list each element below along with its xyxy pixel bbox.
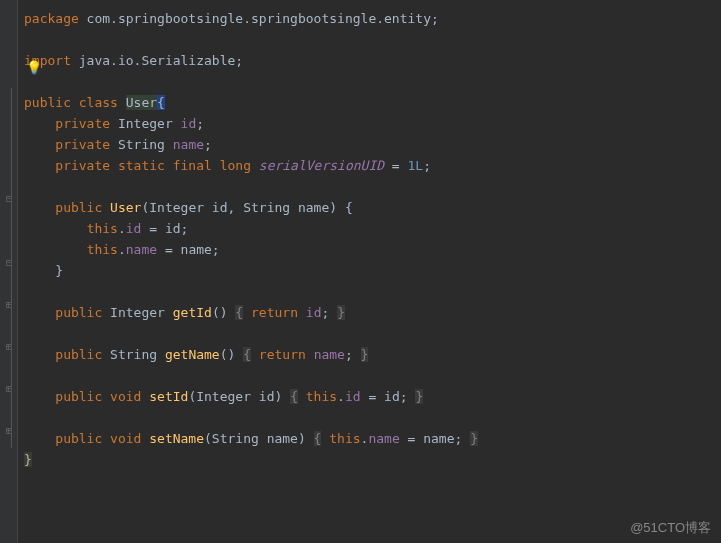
dot: . bbox=[337, 389, 345, 404]
field: id bbox=[306, 305, 322, 320]
this-keyword: this bbox=[87, 221, 118, 236]
brace: } bbox=[337, 305, 345, 320]
brace: } bbox=[415, 389, 423, 404]
field: id bbox=[345, 389, 361, 404]
keyword: public bbox=[55, 305, 110, 320]
import-path: java.io.Serializable; bbox=[71, 53, 243, 68]
type: String bbox=[118, 137, 173, 152]
field: name bbox=[173, 137, 204, 152]
field: name bbox=[368, 431, 399, 446]
field: id bbox=[181, 116, 197, 131]
sig: (String name) bbox=[204, 431, 314, 446]
package-path: com.springbootsingle.springbootsingle.en… bbox=[79, 11, 439, 26]
punct: ; bbox=[196, 116, 204, 131]
field: serialVersionUID bbox=[259, 158, 384, 173]
type: Integer bbox=[110, 305, 173, 320]
dot: . bbox=[118, 242, 126, 257]
keyword: private bbox=[55, 116, 118, 131]
keyword: public void bbox=[55, 431, 149, 446]
keyword: public bbox=[55, 200, 110, 215]
keyword: public void bbox=[55, 389, 149, 404]
class-name: User bbox=[126, 95, 157, 110]
keyword: public bbox=[55, 347, 110, 362]
brace: } bbox=[55, 263, 63, 278]
method: setId bbox=[149, 389, 188, 404]
keyword: public class bbox=[24, 95, 126, 110]
end: ; bbox=[321, 305, 337, 320]
sig: () bbox=[212, 305, 235, 320]
keyword: package bbox=[24, 11, 79, 26]
number: 1L bbox=[408, 158, 424, 173]
dot: . bbox=[118, 221, 126, 236]
this-keyword: this bbox=[321, 431, 360, 446]
method: setName bbox=[149, 431, 204, 446]
field: name bbox=[126, 242, 157, 257]
type: String bbox=[110, 347, 165, 362]
closing-brace: } bbox=[24, 452, 32, 467]
assignment: = name; bbox=[157, 242, 220, 257]
eq: = bbox=[384, 158, 407, 173]
method: getName bbox=[165, 347, 220, 362]
punct: ; bbox=[204, 137, 212, 152]
field: name bbox=[314, 347, 345, 362]
assignment: = name; bbox=[400, 431, 470, 446]
brace: { bbox=[290, 389, 298, 404]
punct: ; bbox=[423, 158, 431, 173]
lightbulb-icon[interactable]: 💡 bbox=[26, 60, 42, 75]
keyword: private static final long bbox=[55, 158, 259, 173]
sig: (Integer id) bbox=[188, 389, 290, 404]
this-keyword: this bbox=[298, 389, 337, 404]
end: ; bbox=[345, 347, 361, 362]
type: Integer bbox=[118, 116, 181, 131]
assignment: = id; bbox=[361, 389, 416, 404]
watermark: @51CTO博客 bbox=[630, 519, 711, 537]
return: return bbox=[251, 347, 314, 362]
return: return bbox=[243, 305, 306, 320]
editor-gutter: ⊟ ⊟ ⊞ ⊞ ⊞ ⊞ bbox=[0, 0, 18, 543]
brace: { bbox=[157, 95, 165, 110]
keyword: private bbox=[55, 137, 118, 152]
field: id bbox=[126, 221, 142, 236]
assignment: = id; bbox=[141, 221, 188, 236]
brace: { bbox=[243, 347, 251, 362]
method: getId bbox=[173, 305, 212, 320]
brace: } bbox=[470, 431, 478, 446]
this-keyword: this bbox=[87, 242, 118, 257]
brace: { bbox=[235, 305, 243, 320]
code-editor[interactable]: ⊟ ⊟ ⊞ ⊞ ⊞ ⊞ package com.springbootsingle… bbox=[0, 0, 721, 543]
sig: () bbox=[220, 347, 243, 362]
brace: } bbox=[361, 347, 369, 362]
constructor: User bbox=[110, 200, 141, 215]
signature: (Integer id, String name) { bbox=[141, 200, 352, 215]
code-area[interactable]: package com.springbootsingle.springboots… bbox=[18, 0, 721, 543]
